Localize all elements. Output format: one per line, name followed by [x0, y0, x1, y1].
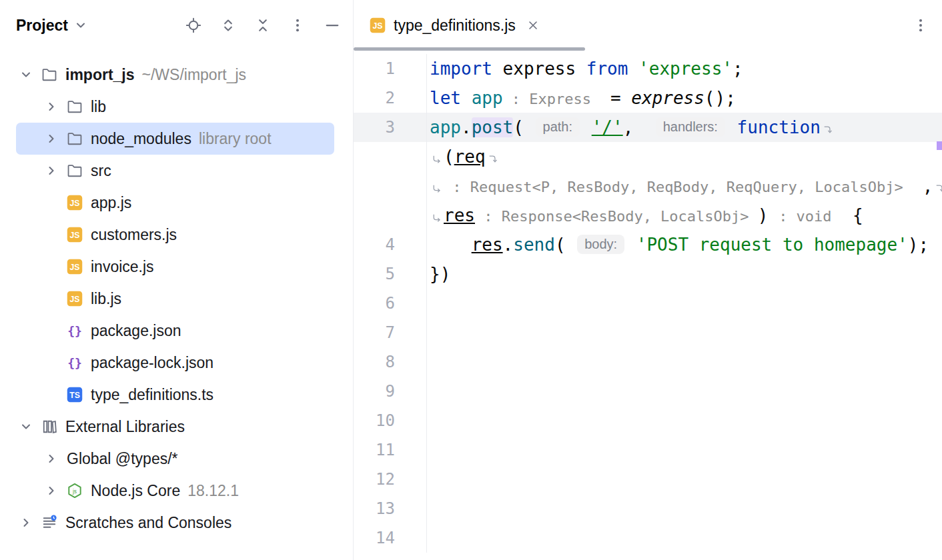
wrap-end-icon — [935, 173, 942, 201]
chevron-right-icon[interactable] — [41, 161, 61, 181]
code-line-content[interactable] — [427, 523, 942, 553]
code-line-content[interactable]: import express from 'express'; — [427, 54, 942, 83]
js-file-icon: JS — [67, 195, 83, 211]
tree-item-secondary: library root — [199, 130, 272, 148]
js-file-icon: JS — [67, 259, 83, 275]
code-line-content[interactable] — [427, 377, 942, 406]
kebab-menu-icon[interactable] — [913, 17, 929, 33]
code-line-content[interactable]: }) — [427, 259, 942, 289]
project-panel-header: Project — [0, 0, 353, 51]
json-file-icon: {} — [67, 355, 83, 371]
line-number: 8 — [354, 347, 427, 377]
code-line-content[interactable]: res.send( body: 'POST request to homepag… — [427, 230, 942, 259]
tree-item-secondary: 18.12.1 — [187, 482, 239, 500]
wrap-end-icon — [823, 114, 833, 142]
hide-icon[interactable] — [322, 15, 342, 35]
code-line: res : Response<ResBody, LocalsObj> ) : v… — [354, 201, 942, 230]
tree-item-node-js-core[interactable]: jsNode.js Core18.12.1 — [16, 475, 334, 507]
chevron-spacer — [41, 193, 61, 213]
close-icon[interactable] — [526, 19, 540, 32]
chevron-right-icon[interactable] — [41, 97, 61, 117]
line-number: 12 — [354, 465, 427, 494]
folder-icon — [67, 131, 83, 147]
editor-tab-bar: JS type_definitions.js — [354, 0, 942, 51]
code-line-content[interactable] — [427, 465, 942, 494]
tree-item-import-js[interactable]: import_js~/WS/import_js — [16, 59, 334, 91]
tree-item-app-js[interactable]: JSapp.js — [16, 187, 334, 219]
folder-icon — [41, 67, 57, 83]
code-token: ( — [513, 117, 534, 137]
tree-item-src[interactable]: src — [16, 155, 334, 187]
code-line-content[interactable]: app.post( path: '/', handlers: function — [427, 113, 942, 142]
scrollbar-mark[interactable] — [937, 141, 942, 150]
code-line: 5}) — [354, 259, 942, 289]
tree-item-external-libraries[interactable]: External Libraries — [16, 411, 334, 443]
tree-item-label: node_modules — [91, 130, 191, 148]
project-tree: import_js~/WS/import_jslibnode_modulesli… — [0, 59, 353, 560]
code-token — [581, 117, 592, 137]
chevron-down-icon[interactable] — [16, 65, 36, 85]
chevron-down-icon[interactable] — [16, 417, 36, 437]
code-token: . — [461, 117, 472, 137]
tree-item-global-types[interactable]: Global @types/* — [16, 443, 334, 475]
code-token — [626, 235, 636, 255]
code-line: 6 — [354, 289, 942, 318]
inlay-hint-chip: handlers: — [656, 117, 725, 137]
code-token: '/' — [592, 117, 623, 137]
expand-all-icon[interactable] — [218, 15, 238, 35]
code-token: ( — [555, 235, 576, 255]
svg-text:js: js — [72, 488, 77, 495]
folder-icon — [67, 163, 83, 179]
line-number: 3 — [354, 113, 427, 142]
chevron-spacer — [41, 353, 61, 373]
chevron-right-icon[interactable] — [41, 129, 61, 149]
tree-item-customers-js[interactable]: JScustomers.js — [16, 219, 334, 251]
target-icon[interactable] — [183, 15, 203, 35]
code-token: from — [586, 59, 628, 79]
chevron-spacer — [41, 321, 61, 341]
tree-item-package-lock-json[interactable]: {}package-lock.json — [16, 347, 334, 379]
code-line-content[interactable]: res : Response<ResBody, LocalsObj> ) : v… — [427, 201, 942, 230]
tree-item-scratches-and-consoles[interactable]: Scratches and Consoles — [16, 507, 334, 539]
scratches-icon — [41, 515, 57, 531]
tree-item-node-modules[interactable]: node_moduleslibrary root — [16, 123, 334, 155]
project-title-text: Project — [16, 17, 68, 35]
code-line-content[interactable] — [427, 289, 942, 318]
code-area: 1import express from 'express';2let app … — [354, 51, 942, 560]
tree-item-type-definitions-ts[interactable]: TStype_definitions.ts — [16, 379, 334, 411]
editor-tab[interactable]: JS type_definitions.js — [359, 0, 550, 51]
tree-item-lib[interactable]: lib — [16, 91, 334, 123]
tree-item-label: customers.js — [91, 226, 177, 244]
ts-file-icon: TS — [67, 387, 83, 403]
code-line-content[interactable]: (req — [427, 142, 942, 171]
kebab-menu-icon[interactable] — [288, 15, 308, 35]
tree-item-label: type_definitions.ts — [91, 386, 213, 404]
code-line: 8 — [354, 347, 942, 377]
chevron-spacer — [41, 225, 61, 245]
inlay-type-hint: : Response<ResBody, LocalsObj> — [475, 208, 758, 225]
js-file-icon: JS — [370, 17, 386, 33]
code-line-content[interactable] — [427, 318, 942, 347]
code-line-content[interactable] — [427, 406, 942, 435]
line-number: 6 — [354, 289, 427, 318]
code-token: res — [472, 235, 503, 255]
wrap-start-icon — [432, 143, 442, 171]
tree-item-lib-js[interactable]: JSlib.js — [16, 283, 334, 315]
chevron-right-icon[interactable] — [41, 481, 61, 501]
chevron-right-icon[interactable] — [16, 513, 36, 533]
code-line-content[interactable] — [427, 347, 942, 377]
wrap-start-icon — [432, 173, 442, 201]
chevron-right-icon[interactable] — [41, 449, 61, 469]
line-number: 11 — [354, 435, 427, 465]
code-line-content[interactable] — [427, 494, 942, 523]
collapse-all-icon[interactable] — [253, 15, 273, 35]
tree-item-invoice-js[interactable]: JSinvoice.js — [16, 251, 334, 283]
line-number: 14 — [354, 523, 427, 553]
code-line-content[interactable]: : Request<P, ResBody, ReqBody, ReqQuery,… — [427, 171, 942, 201]
wrap-end-icon — [488, 143, 498, 171]
code-line-content[interactable] — [427, 435, 942, 465]
code-line: 2let app : Express = express(); — [354, 83, 942, 113]
project-panel-title[interactable]: Project — [16, 17, 87, 35]
code-line-content[interactable]: let app : Express = express(); — [427, 83, 942, 113]
tree-item-package-json[interactable]: {}package.json — [16, 315, 334, 347]
